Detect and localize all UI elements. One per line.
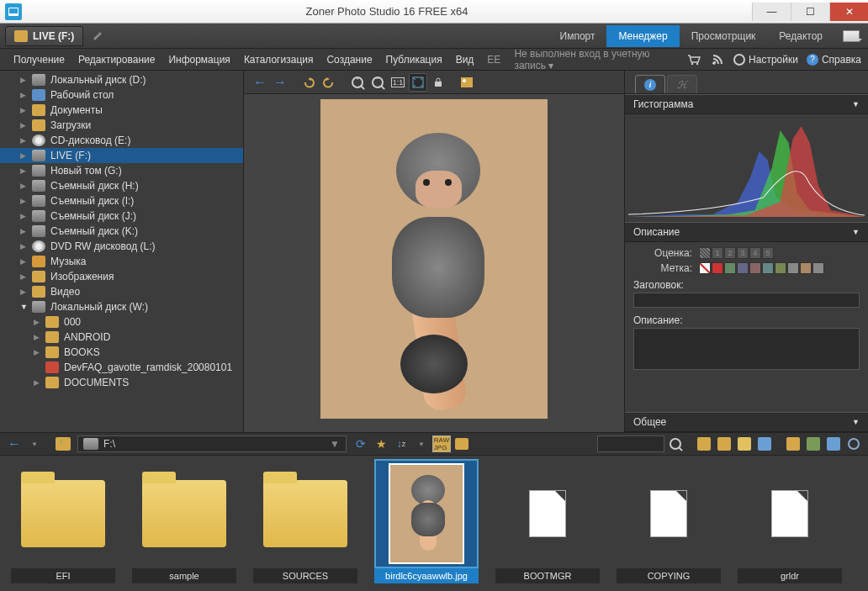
preview-area[interactable]	[244, 94, 624, 432]
tree-item[interactable]: ▼Локальный диск (W:)	[0, 299, 243, 314]
tree-item[interactable]: ▶LIVE (F:)	[0, 148, 243, 163]
prev-button[interactable]: ←	[251, 73, 269, 92]
menu-catalog[interactable]: Каталогизация	[237, 50, 320, 69]
folder-icon	[263, 480, 347, 547]
refresh-button[interactable]: ⟳	[352, 435, 370, 453]
tool-4[interactable]	[755, 435, 774, 453]
menu-info[interactable]: Информация	[161, 50, 236, 69]
close-button[interactable]: ✕	[829, 3, 868, 21]
tree-item[interactable]: ▶Изображения	[0, 269, 243, 284]
zoom-in-button[interactable]: +	[348, 73, 367, 92]
menu-view[interactable]: Вид	[449, 50, 481, 69]
tool-2[interactable]	[715, 435, 733, 453]
tree-item[interactable]: ▶Съемный диск (I:)	[0, 193, 243, 208]
tab-viewer[interactable]: Просмотрщик	[680, 25, 768, 47]
menu-publish[interactable]: Публикация	[379, 50, 449, 69]
rotate-right-button[interactable]	[320, 73, 338, 92]
tree-item-label: Съемный диск (I:)	[50, 195, 134, 207]
settings-button[interactable]: Настройки	[733, 54, 798, 66]
tree-item[interactable]: ▶Локальный диск (D:)	[0, 72, 243, 87]
tree-item[interactable]: ▶DOCUMENTS	[0, 375, 243, 390]
tool-6[interactable]	[804, 435, 823, 453]
tree-item[interactable]: ▶Документы	[0, 103, 243, 118]
tool-5[interactable]	[784, 435, 802, 453]
tree-item[interactable]: ▶ANDROID	[0, 330, 243, 345]
menu-ee[interactable]: EE	[480, 50, 507, 69]
top-bar: LIVE (F:) Импорт Менеджер Просмотрщик Ре…	[0, 24, 868, 49]
sort-dropdown[interactable]: ▼	[412, 435, 431, 453]
location-tab[interactable]: LIVE (F:)	[5, 26, 83, 46]
folder-up-button[interactable]	[54, 435, 72, 453]
tree-item[interactable]: ▶Новый том (G:)	[0, 163, 243, 178]
tool-3[interactable]	[735, 435, 754, 453]
histogram-header[interactable]: Гистограмма▼	[625, 94, 868, 114]
search-input[interactable]	[597, 435, 664, 452]
info-tab-details[interactable]: i	[635, 75, 665, 93]
thumbnail-label: COPYING	[617, 568, 721, 583]
rating-control[interactable]: 12345	[699, 247, 774, 259]
tree-item[interactable]: ▶CD-дисковод (E:)	[0, 133, 243, 148]
maximize-button[interactable]: ☐	[791, 3, 829, 21]
mail-icon[interactable]	[843, 30, 860, 42]
color-tag-control[interactable]	[699, 262, 824, 274]
tree-item-label: DVD RW дисковод (L:)	[50, 240, 156, 252]
tree-item[interactable]: ▶BOOKS	[0, 345, 243, 360]
cart-icon[interactable]	[686, 52, 701, 67]
favorite-button[interactable]: ★	[372, 435, 390, 453]
thumbnail-strip[interactable]: EFIsampleSOURCESbirdlc6cyaawwlb.jpgBOOTM…	[0, 456, 868, 591]
thumbnail[interactable]: sample	[130, 459, 239, 591]
search-button[interactable]	[666, 435, 685, 453]
browse-folder-button[interactable]	[453, 435, 471, 453]
tool-8[interactable]	[844, 435, 863, 453]
tree-item[interactable]: ▶000	[0, 314, 243, 330]
svg-rect-6	[461, 77, 473, 87]
filter-button[interactable]: RAWJPG	[432, 435, 451, 453]
menu-edit[interactable]: Редактирование	[71, 50, 161, 69]
description-input[interactable]	[633, 328, 860, 370]
tree-item[interactable]: ▶Съемный диск (K:)	[0, 224, 243, 239]
tree-item[interactable]: ▶DVD RW дисковод (L:)	[0, 239, 243, 254]
thumbnail[interactable]: EFI	[8, 459, 118, 591]
rss-icon[interactable]	[710, 52, 725, 67]
edit-location-icon[interactable]	[92, 29, 107, 44]
sort-button[interactable]: ↓z	[392, 435, 410, 453]
title-input[interactable]	[633, 293, 860, 308]
zoom-1to1-button[interactable]: 1:1	[389, 73, 407, 92]
tree-item[interactable]: ▶Загрузки	[0, 118, 243, 133]
zoom-out-button[interactable]: −	[368, 73, 387, 92]
description-header[interactable]: Описание▼	[625, 222, 868, 242]
tree-item[interactable]: ▶Рабочий стол	[0, 87, 243, 103]
tool-7[interactable]	[824, 435, 843, 453]
folder-tree[interactable]: ▶Локальный диск (D:)▶Рабочий стол▶Докуме…	[0, 71, 243, 432]
zoom-lock-button[interactable]	[429, 73, 447, 92]
thumbnail[interactable]: COPYING	[614, 459, 723, 591]
tree-item[interactable]: ▶Видео	[0, 284, 243, 299]
info-tab-other[interactable]: ℋ	[667, 75, 697, 93]
thumbnail[interactable]: SOURCES	[251, 459, 360, 591]
tab-editor[interactable]: Редактор	[767, 25, 834, 47]
tool-1[interactable]	[695, 435, 713, 453]
rotate-left-button[interactable]	[299, 73, 318, 92]
general-header[interactable]: Общее▼	[625, 412, 868, 432]
thumbnail[interactable]: BOOTMGR	[493, 459, 602, 591]
menu-create[interactable]: Создание	[320, 50, 378, 69]
tree-item-label: Музыка	[50, 256, 86, 267]
folder-icon	[142, 480, 226, 547]
tree-item[interactable]: ▶Музыка	[0, 254, 243, 269]
tree-item[interactable]: ▶Съемный диск (J:)	[0, 208, 243, 224]
svg-point-2	[691, 62, 693, 64]
file-icon	[529, 490, 566, 537]
path-input[interactable]: F:\ ▼	[77, 435, 347, 452]
menu-receive[interactable]: Получение	[7, 50, 71, 69]
tree-item[interactable]: ▶Съемный диск (H:)	[0, 178, 243, 193]
thumbnail[interactable]: birdlc6cyaawwlb.jpg	[372, 459, 481, 591]
nav-dropdown[interactable]: ▼	[25, 435, 44, 453]
thumbnail[interactable]: grldr	[735, 459, 844, 591]
tree-item[interactable]: DevFAQ_gavotte_ramdisk_20080101	[0, 360, 243, 375]
minimize-button[interactable]: —	[752, 3, 791, 21]
image-tool-button[interactable]	[458, 73, 476, 92]
next-button[interactable]: →	[271, 73, 289, 92]
nav-back-button[interactable]: ←	[5, 435, 24, 453]
zoom-fit-button[interactable]	[409, 73, 427, 92]
help-button[interactable]: ? Справка	[807, 54, 861, 66]
